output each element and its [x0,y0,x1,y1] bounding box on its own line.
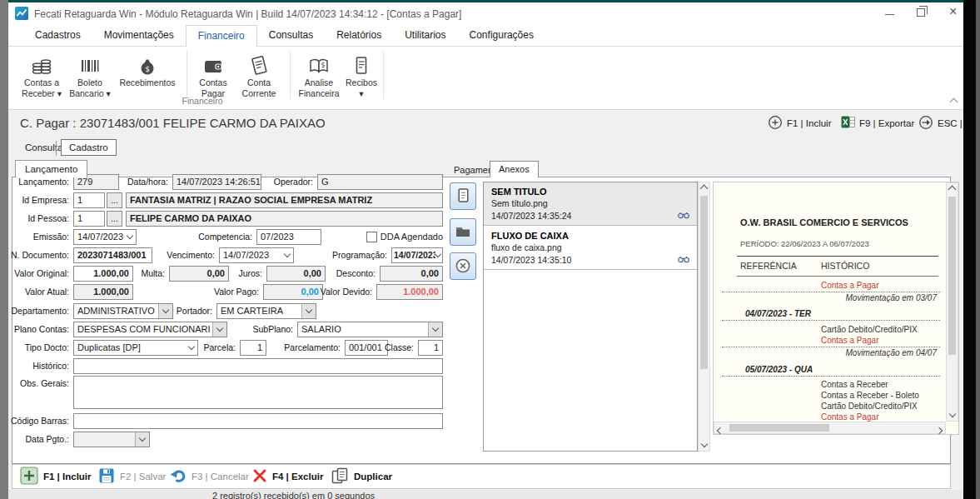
programacao-datepicker[interactable]: 14/07/2023 [391,247,443,263]
recebimentos-button[interactable]: $ Recebimentos [113,49,182,88]
parcela-field[interactable]: 1 [240,340,266,356]
field-label: Valor Atual: [15,287,73,297]
preview-line: Contas a Pagar [821,281,879,290]
preview-horizontal-scrollbar[interactable] [714,422,946,434]
tab-anexos[interactable]: Anexos [490,161,539,177]
menu-tab-relatorios[interactable]: Relatórios [325,25,393,46]
field-label: Código Barras: [15,416,73,426]
valor-original-field[interactable]: 1.000,00 [73,266,133,282]
multa-field[interactable]: 0,00 [169,266,229,282]
combo-value: 14/07/2023 [77,232,123,242]
menu-bar: Cadastros Movimentações Financeiro Consu… [8,25,963,47]
delete-x-icon [252,468,267,485]
scrollbar-thumb[interactable] [729,424,829,432]
contas-pagar-button[interactable]: Contas Pagar [192,49,234,99]
boleto-bancario-button[interactable]: Boleto Bancario ▾ [68,49,112,99]
vencimento-datepicker[interactable]: 14/07/2023 [219,247,294,263]
operador-field[interactable]: G [317,174,443,190]
tab-cadastro[interactable]: Cadastro [61,139,117,156]
historico-field[interactable] [73,358,443,374]
excluir-button[interactable]: F4 | Excluir [252,467,323,487]
scroll-up-arrow[interactable] [947,183,958,195]
parcelamento-field[interactable]: 001/001 [345,340,388,356]
tab-consulta[interactable]: Consulta [25,142,62,152]
preview-period: PERÍODO: 22/06/2023 A 06/07/2023 [740,239,869,248]
incluir-button[interactable]: F1 | Incluir [20,467,92,487]
n-documento-field[interactable]: 2023071483/001 [73,247,152,263]
attachment-item[interactable]: SEM TITULO Sem título.png 14/07/2023 14:… [484,182,697,226]
tipo-docto-select[interactable]: Duplicatas [DP] [73,340,198,356]
desconto-field[interactable]: 0,00 [380,266,443,282]
conta-corrente-button[interactable]: Conta Corrente [235,49,283,99]
attachment-remove-button[interactable] [450,252,476,280]
plano-contas-select[interactable]: DESPESAS COM FUNCIONARIOS [73,322,227,337]
ribbon-collapse-button[interactable] [951,97,957,107]
menu-tab-movimentacoes[interactable]: Movimentações [92,25,186,46]
attachment-list-scrollbar[interactable] [698,182,710,452]
scrollbar-thumb[interactable] [700,196,708,369]
obs-gerais-textarea[interactable] [73,376,443,409]
screen-border-right-black [963,0,976,499]
binoculars-icon[interactable] [678,254,689,265]
field-label: Tipo Docto: [15,342,73,352]
attachment-new-button[interactable] [450,182,476,210]
id-empresa-field[interactable]: 1 [73,192,105,208]
salvar-button[interactable]: F2 | Salvar [98,467,166,487]
close-button[interactable]: × [949,5,957,18]
money-bag-icon: $ [113,49,182,77]
tab-lancamento[interactable]: Lançamento [15,160,87,177]
subplano-select[interactable]: SALARIO [297,322,443,337]
datahora-field[interactable]: 14/07/2023 14:26:51 [172,174,261,190]
id-pessoa-field[interactable]: 1 [73,211,105,227]
restore-button[interactable] [917,8,925,17]
chevron-down-icon [127,232,133,238]
field-label: Lançamento: [15,177,73,187]
attachment-open-button[interactable] [450,218,476,246]
preview-column-historico: HISTÓRICO [821,261,869,271]
departamento-select[interactable]: ADMINISTRATIVO [73,303,173,319]
menu-tab-consultas[interactable]: Consultas [257,25,325,46]
menu-tab-configuracoes[interactable]: Configurações [458,25,545,46]
data-pgto-select[interactable] [73,432,150,447]
duplicar-button[interactable]: Duplicar [331,467,392,487]
scroll-down-arrow[interactable] [947,409,958,421]
menu-tab-cadastros[interactable]: Cadastros [23,25,92,46]
codigo-barras-field[interactable] [73,413,443,429]
dda-agendado-checkbox[interactable] [366,232,377,242]
field-label: Parcela: [198,342,240,352]
emissao-datepicker[interactable]: 14/07/2023 [73,229,137,245]
id-pessoa-browse-button[interactable]: ... [107,211,122,227]
ribbon-separator [187,51,187,99]
field-label: Programação: [294,250,391,260]
exportar-header-button[interactable]: F9 | Exportar [841,115,914,131]
incluir-header-button[interactable]: F1 | Incluir [768,115,831,132]
ribbon-label: Conta [235,77,283,88]
attachment-item[interactable]: FLUXO DE CAIXA fluxo de caixa.png 14/07/… [484,227,697,270]
menu-tab-financeiro[interactable]: Financeiro [186,25,257,47]
scroll-right-arrow[interactable] [937,425,942,435]
minimize-button[interactable] [885,14,894,15]
id-empresa-browse-button[interactable]: ... [107,192,122,208]
app-logo-icon [15,7,28,22]
scroll-left-arrow[interactable] [718,425,723,435]
attachment-title: SEM TITULO [491,187,689,197]
menu-tab-utilitarios[interactable]: Utilitarios [393,25,457,46]
scrollbar-thumb[interactable] [948,197,956,355]
ribbon-toolbar: Contas a Receber ▾ Boleto Bancario ▾ $ R… [8,47,963,110]
portador-select[interactable]: EM CARTEIRA [216,303,316,319]
preview-vertical-scrollbar[interactable] [946,182,958,422]
binoculars-icon[interactable] [678,210,689,221]
window-title: Fecati Retaguarda Win - Módulo Retaguard… [34,8,461,20]
juros-field[interactable]: 0,00 [266,266,326,282]
attachment-filename: Sem título.png [491,198,689,208]
classe-field[interactable]: 1 [418,340,443,356]
form-row: Tipo Docto: Duplicatas [DP] Parcela: 1 P… [15,339,443,356]
analise-financeira-button[interactable]: $ Analise Financeira [295,49,343,99]
recibos-button[interactable]: Recibos ▾ [343,49,380,99]
cancelar-button[interactable]: F3 | Cancelar [169,467,249,487]
scroll-down-arrow[interactable] [699,439,709,451]
field-label: Valor Devido: [323,287,376,297]
scroll-up-arrow[interactable] [699,182,709,194]
competencia-field[interactable]: 07/2023 [256,229,321,245]
contas-a-receber-button[interactable]: Contas a Receber ▾ [20,49,63,99]
